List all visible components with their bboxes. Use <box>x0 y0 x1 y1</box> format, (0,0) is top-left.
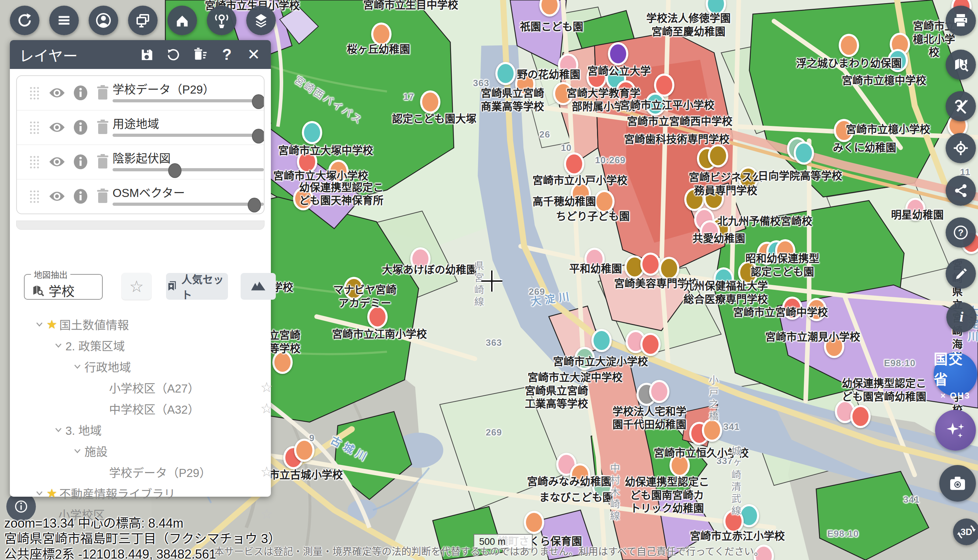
layer-opacity-thumb[interactable] <box>252 94 265 109</box>
layer-opacity-slider[interactable] <box>113 134 264 137</box>
info-button[interactable]: i <box>946 302 976 332</box>
terrain-button[interactable] <box>241 273 276 300</box>
layer-info-icon <box>72 85 89 101</box>
tree-favorite-button[interactable]: ☆ <box>260 379 273 395</box>
layer-visibility-button[interactable] <box>48 85 66 102</box>
italic-info-icon: i <box>953 309 970 326</box>
popular-sets-button[interactable]: 人気セット <box>166 273 228 300</box>
mode-3d-button[interactable]: 3D <box>953 518 978 545</box>
school-marker-orange[interactable] <box>420 90 440 113</box>
tools-button[interactable] <box>946 91 976 122</box>
layer-info-button[interactable] <box>72 119 89 137</box>
account-button[interactable] <box>89 6 118 35</box>
ai-button[interactable] <box>935 410 976 451</box>
layer-label: OSMベクター <box>113 183 185 200</box>
menu-button[interactable] <box>49 6 79 35</box>
layer-delete-button[interactable] <box>96 119 110 137</box>
school-marker-orange[interactable] <box>839 34 859 57</box>
school-marker-teal[interactable] <box>302 121 322 144</box>
layer-opacity-thumb[interactable] <box>252 129 265 143</box>
tree-favorite-button[interactable]: ☆ <box>260 463 273 480</box>
delete-layer-list-button[interactable] <box>192 47 208 63</box>
reset-layers-button[interactable] <box>165 47 182 63</box>
tree-expand-toggle[interactable] <box>54 341 63 350</box>
layer-opacity-slider[interactable] <box>113 203 264 206</box>
chevron-down-icon <box>54 426 63 434</box>
school-marker-red[interactable] <box>850 405 871 428</box>
school-marker-teal[interactable] <box>794 142 814 165</box>
screen-share-button[interactable] <box>128 6 158 35</box>
tree-branch[interactable]: 施設 <box>73 442 108 460</box>
tree-expand-toggle[interactable] <box>73 362 82 371</box>
tree-branch[interactable]: 3. 地域 <box>54 421 102 439</box>
school-marker-orange[interactable] <box>524 511 544 534</box>
map-extract-field[interactable]: 地図抽出 学校 <box>24 268 103 300</box>
print-button[interactable] <box>946 6 976 36</box>
school-marker-red[interactable] <box>640 333 661 356</box>
layer-opacity-thumb[interactable] <box>248 198 261 212</box>
tree-branch[interactable]: ★不動産情報ライブラリ <box>35 484 175 502</box>
layer-drag-handle[interactable] <box>29 120 40 136</box>
place-label: 宮崎市立小戸小学校 <box>533 174 628 187</box>
school-marker-teal[interactable] <box>495 62 516 85</box>
layer-info-button[interactable] <box>72 85 89 102</box>
layer-drag-handle[interactable] <box>29 86 40 101</box>
layer-opacity-slider[interactable] <box>113 99 264 102</box>
layer-drag-handle[interactable] <box>29 155 40 170</box>
panel-help-button[interactable]: ? <box>219 47 235 63</box>
layer-trash-icon <box>96 119 110 135</box>
tree-leaf[interactable]: 中学校区（A32） <box>109 400 200 418</box>
favorites-button[interactable]: ☆ <box>122 273 151 300</box>
screenshot-button[interactable] <box>939 465 976 502</box>
layer-visibility-button[interactable] <box>48 188 66 205</box>
gov-badge-button[interactable]: 国交省 × OH3 <box>934 352 977 396</box>
edit-button[interactable] <box>946 258 976 289</box>
refresh-button[interactable] <box>10 6 39 35</box>
home-button[interactable] <box>167 6 197 35</box>
layer-info-button[interactable] <box>72 188 89 206</box>
layer-drag-handle[interactable] <box>29 189 40 205</box>
tree-branch[interactable]: 行政地域 <box>73 357 131 376</box>
share-button[interactable] <box>946 175 976 206</box>
tree-branch[interactable]: 2. 政策区域 <box>54 336 125 355</box>
school-marker-purple[interactable] <box>608 42 628 65</box>
school-marker-red[interactable] <box>564 152 584 175</box>
school-marker-orange[interactable] <box>294 438 315 462</box>
help-button[interactable]: ? <box>946 217 976 248</box>
school-marker-red[interactable] <box>640 253 661 276</box>
school-marker-olive[interactable] <box>659 257 679 280</box>
place-label: 宮崎市立宮崎西中学校 <box>627 115 733 128</box>
map-search-button[interactable] <box>946 50 976 80</box>
school-marker-pink[interactable] <box>649 380 670 403</box>
layer-visibility-button[interactable] <box>48 120 66 137</box>
tree-expand-toggle[interactable] <box>54 426 63 434</box>
layer-delete-button[interactable] <box>96 85 110 102</box>
tree-leaf[interactable]: 小学校区（A27） <box>109 378 200 397</box>
basemap-layers-button[interactable] <box>246 6 276 35</box>
gps-button[interactable] <box>207 6 237 35</box>
tree-expand-toggle[interactable] <box>35 489 43 497</box>
layer-delete-button[interactable] <box>96 154 110 171</box>
tree-favorite-button[interactable]: ☆ <box>260 400 273 417</box>
tree-expand-toggle[interactable] <box>35 320 43 328</box>
locate-button[interactable] <box>946 133 976 163</box>
tree-leaf[interactable]: 学校データ（P29） <box>109 463 211 481</box>
layer-info-button[interactable] <box>72 154 89 171</box>
layer-opacity-thumb[interactable] <box>168 163 182 178</box>
school-marker-teal[interactable] <box>591 329 612 352</box>
layer-opacity-slider[interactable] <box>113 168 264 171</box>
layer-visibility-button[interactable] <box>48 154 66 171</box>
tree-item-label: 不動産情報ライブラリ <box>59 485 175 502</box>
status-coordinates: 公共座標2系 -121018.449, 38482.561 <box>4 544 216 560</box>
tree-expand-toggle[interactable] <box>73 447 82 455</box>
school-marker-orange[interactable] <box>371 23 392 46</box>
save-layers-button[interactable] <box>138 47 155 63</box>
tree-favorite-button[interactable]: ☆ <box>260 506 273 522</box>
map-extract-legend: 地図抽出 <box>31 268 70 280</box>
panel-close-button[interactable]: ✕ <box>245 47 262 63</box>
tree-branch[interactable]: ★国土数値情報 <box>35 315 129 333</box>
refresh-icon <box>16 12 33 29</box>
layer-delete-button[interactable] <box>96 188 110 206</box>
map-extract-icon <box>31 283 45 298</box>
school-marker-olive[interactable] <box>708 144 728 167</box>
